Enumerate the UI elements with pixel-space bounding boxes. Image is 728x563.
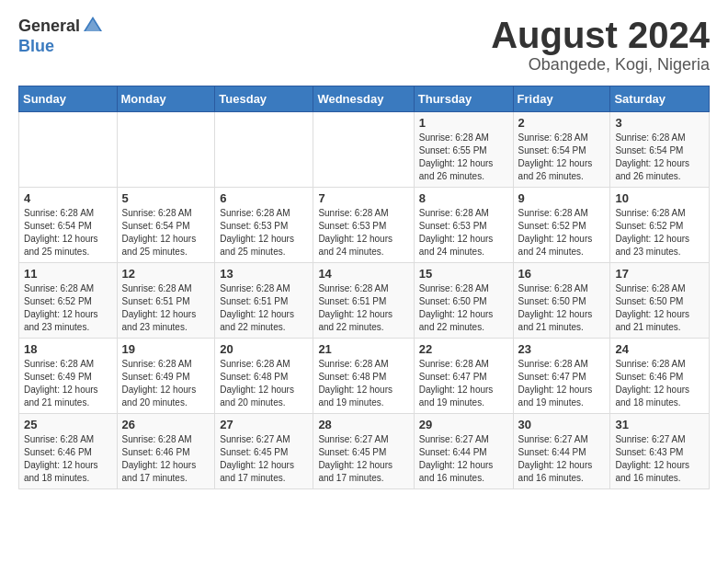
calendar-cell: 16Sunrise: 6:28 AM Sunset: 6:50 PM Dayli… [513, 263, 610, 339]
day-info: Sunrise: 6:28 AM Sunset: 6:49 PM Dayligh… [122, 358, 210, 409]
header-day-monday: Monday [117, 86, 215, 112]
calendar-cell: 9Sunrise: 6:28 AM Sunset: 6:52 PM Daylig… [513, 188, 610, 263]
day-info: Sunrise: 6:27 AM Sunset: 6:44 PM Dayligh… [518, 433, 606, 485]
day-number: 9 [518, 191, 606, 205]
day-number: 5 [122, 191, 210, 205]
calendar-table: SundayMondayTuesdayWednesdayThursdayFrid… [18, 86, 710, 489]
calendar-cell: 1Sunrise: 6:28 AM Sunset: 6:55 PM Daylig… [414, 112, 513, 188]
calendar-cell: 28Sunrise: 6:27 AM Sunset: 6:45 PM Dayli… [313, 414, 414, 489]
header-day-thursday: Thursday [414, 86, 513, 112]
day-info: Sunrise: 6:27 AM Sunset: 6:43 PM Dayligh… [615, 433, 704, 485]
day-info: Sunrise: 6:28 AM Sunset: 6:50 PM Dayligh… [615, 282, 704, 334]
day-number: 14 [318, 267, 408, 281]
day-number: 27 [220, 418, 308, 431]
header-day-saturday: Saturday [610, 86, 710, 112]
day-number: 18 [24, 342, 112, 356]
day-info: Sunrise: 6:28 AM Sunset: 6:52 PM Dayligh… [615, 207, 704, 259]
calendar-cell: 11Sunrise: 6:28 AM Sunset: 6:52 PM Dayli… [19, 263, 118, 339]
day-number: 31 [615, 418, 704, 431]
day-info: Sunrise: 6:28 AM Sunset: 6:53 PM Dayligh… [419, 207, 508, 259]
day-info: Sunrise: 6:28 AM Sunset: 6:55 PM Dayligh… [419, 132, 508, 183]
day-info: Sunrise: 6:28 AM Sunset: 6:49 PM Dayligh… [24, 358, 112, 409]
calendar-cell: 8Sunrise: 6:28 AM Sunset: 6:53 PM Daylig… [414, 188, 513, 263]
calendar-cell: 26Sunrise: 6:28 AM Sunset: 6:46 PM Dayli… [117, 414, 215, 489]
day-info: Sunrise: 6:28 AM Sunset: 6:48 PM Dayligh… [318, 358, 408, 409]
location: Obangede, Kogi, Nigeria [491, 55, 710, 75]
calendar-cell: 29Sunrise: 6:27 AM Sunset: 6:44 PM Dayli… [414, 414, 513, 489]
logo-general-text: General [18, 17, 80, 36]
day-number: 8 [419, 191, 508, 205]
day-number: 19 [122, 342, 210, 356]
day-number: 12 [122, 267, 210, 281]
day-number: 6 [220, 191, 308, 205]
day-info: Sunrise: 6:28 AM Sunset: 6:47 PM Dayligh… [518, 358, 606, 409]
calendar-cell: 22Sunrise: 6:28 AM Sunset: 6:47 PM Dayli… [414, 339, 513, 414]
calendar-cell: 21Sunrise: 6:28 AM Sunset: 6:48 PM Dayli… [313, 339, 414, 414]
calendar-week-row: 4Sunrise: 6:28 AM Sunset: 6:54 PM Daylig… [19, 188, 710, 263]
calendar-cell: 10Sunrise: 6:28 AM Sunset: 6:52 PM Dayli… [610, 188, 710, 263]
day-number: 23 [518, 342, 606, 356]
logo-icon [82, 15, 104, 37]
calendar-cell: 6Sunrise: 6:28 AM Sunset: 6:53 PM Daylig… [215, 188, 313, 263]
logo-blue-text: Blue [18, 37, 104, 56]
day-info: Sunrise: 6:28 AM Sunset: 6:47 PM Dayligh… [419, 358, 508, 409]
day-number: 21 [318, 342, 408, 356]
day-number: 20 [220, 342, 308, 356]
calendar-cell: 2Sunrise: 6:28 AM Sunset: 6:54 PM Daylig… [513, 112, 610, 188]
day-number: 3 [615, 116, 704, 130]
header: General Blue August 2024 Obangede, Kogi,… [18, 15, 710, 75]
day-number: 1 [419, 116, 508, 130]
day-number: 24 [615, 342, 704, 356]
day-number: 25 [24, 418, 112, 431]
header-day-friday: Friday [513, 86, 610, 112]
day-number: 30 [518, 418, 606, 431]
header-day-sunday: Sunday [19, 86, 118, 112]
calendar-week-row: 18Sunrise: 6:28 AM Sunset: 6:49 PM Dayli… [19, 339, 710, 414]
day-info: Sunrise: 6:28 AM Sunset: 6:46 PM Dayligh… [24, 433, 112, 485]
calendar-cell: 15Sunrise: 6:28 AM Sunset: 6:50 PM Dayli… [414, 263, 513, 339]
day-info: Sunrise: 6:28 AM Sunset: 6:48 PM Dayligh… [220, 358, 308, 409]
day-info: Sunrise: 6:28 AM Sunset: 6:52 PM Dayligh… [518, 207, 606, 259]
day-info: Sunrise: 6:28 AM Sunset: 6:46 PM Dayligh… [122, 433, 210, 485]
day-info: Sunrise: 6:28 AM Sunset: 6:51 PM Dayligh… [122, 282, 210, 334]
day-info: Sunrise: 6:27 AM Sunset: 6:44 PM Dayligh… [419, 433, 508, 485]
day-info: Sunrise: 6:28 AM Sunset: 6:54 PM Dayligh… [518, 132, 606, 183]
day-number: 28 [318, 418, 408, 431]
day-info: Sunrise: 6:28 AM Sunset: 6:54 PM Dayligh… [24, 207, 112, 259]
calendar-cell: 4Sunrise: 6:28 AM Sunset: 6:54 PM Daylig… [19, 188, 118, 263]
title-block: August 2024 Obangede, Kogi, Nigeria [491, 15, 710, 75]
day-info: Sunrise: 6:28 AM Sunset: 6:52 PM Dayligh… [24, 282, 112, 334]
calendar-cell: 23Sunrise: 6:28 AM Sunset: 6:47 PM Dayli… [513, 339, 610, 414]
calendar-cell: 20Sunrise: 6:28 AM Sunset: 6:48 PM Dayli… [215, 339, 313, 414]
day-info: Sunrise: 6:28 AM Sunset: 6:51 PM Dayligh… [318, 282, 408, 334]
calendar-cell: 18Sunrise: 6:28 AM Sunset: 6:49 PM Dayli… [19, 339, 118, 414]
day-number: 13 [220, 267, 308, 281]
day-info: Sunrise: 6:28 AM Sunset: 6:50 PM Dayligh… [419, 282, 508, 334]
calendar-cell: 19Sunrise: 6:28 AM Sunset: 6:49 PM Dayli… [117, 339, 215, 414]
calendar-cell: 24Sunrise: 6:28 AM Sunset: 6:46 PM Dayli… [610, 339, 710, 414]
calendar-cell: 30Sunrise: 6:27 AM Sunset: 6:44 PM Dayli… [513, 414, 610, 489]
calendar-cell: 14Sunrise: 6:28 AM Sunset: 6:51 PM Dayli… [313, 263, 414, 339]
day-info: Sunrise: 6:28 AM Sunset: 6:54 PM Dayligh… [615, 132, 704, 183]
day-number: 17 [615, 267, 704, 281]
day-info: Sunrise: 6:28 AM Sunset: 6:50 PM Dayligh… [518, 282, 606, 334]
calendar-cell: 13Sunrise: 6:28 AM Sunset: 6:51 PM Dayli… [215, 263, 313, 339]
header-day-wednesday: Wednesday [313, 86, 414, 112]
day-number: 4 [24, 191, 112, 205]
day-number: 29 [419, 418, 508, 431]
day-info: Sunrise: 6:27 AM Sunset: 6:45 PM Dayligh… [318, 433, 408, 485]
day-number: 2 [518, 116, 606, 130]
calendar-header-row: SundayMondayTuesdayWednesdayThursdayFrid… [19, 86, 710, 112]
calendar-week-row: 1Sunrise: 6:28 AM Sunset: 6:55 PM Daylig… [19, 112, 710, 188]
day-info: Sunrise: 6:27 AM Sunset: 6:45 PM Dayligh… [220, 433, 308, 485]
calendar-cell [313, 112, 414, 188]
day-info: Sunrise: 6:28 AM Sunset: 6:54 PM Dayligh… [122, 207, 210, 259]
calendar-cell: 3Sunrise: 6:28 AM Sunset: 6:54 PM Daylig… [610, 112, 710, 188]
header-day-tuesday: Tuesday [215, 86, 313, 112]
day-number: 7 [318, 191, 408, 205]
calendar-cell [117, 112, 215, 188]
day-info: Sunrise: 6:28 AM Sunset: 6:46 PM Dayligh… [615, 358, 704, 409]
day-number: 22 [419, 342, 508, 356]
day-info: Sunrise: 6:28 AM Sunset: 6:53 PM Dayligh… [318, 207, 408, 259]
day-number: 16 [518, 267, 606, 281]
